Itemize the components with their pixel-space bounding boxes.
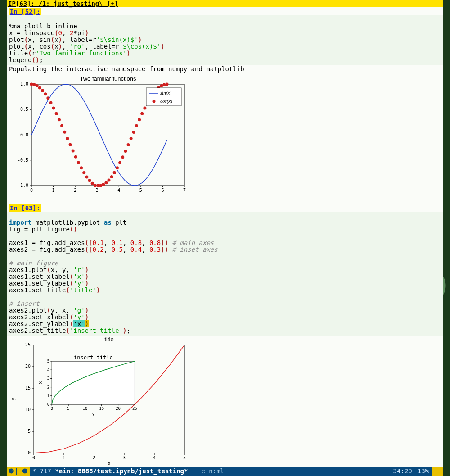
svg-point-58 bbox=[113, 171, 116, 174]
svg-point-28 bbox=[30, 83, 33, 86]
svg-point-34 bbox=[46, 96, 50, 100]
svg-point-81 bbox=[153, 100, 156, 103]
svg-text:25: 25 bbox=[25, 342, 31, 347]
code-line: import matplotlib.pyplot as plt bbox=[9, 219, 126, 226]
svg-point-41 bbox=[66, 137, 69, 140]
svg-text:6: 6 bbox=[161, 188, 164, 193]
svg-point-65 bbox=[132, 131, 135, 134]
svg-point-50 bbox=[91, 182, 94, 185]
svg-text:0.5: 0.5 bbox=[20, 107, 28, 112]
cell-1[interactable]: In [52]: %matplotlib inline x = linspace… bbox=[7, 7, 443, 195]
svg-text:20: 20 bbox=[116, 406, 121, 411]
cursor-position: 34:20 bbox=[391, 467, 415, 476]
major-mode: ein:ml bbox=[197, 467, 229, 476]
svg-text:1.0: 1.0 bbox=[20, 82, 28, 86]
svg-point-44 bbox=[74, 155, 77, 159]
stdout: Populating the interactive namespace fro… bbox=[7, 65, 443, 75]
svg-text:1: 1 bbox=[47, 394, 50, 398]
svg-text:4: 4 bbox=[117, 188, 120, 193]
svg-point-62 bbox=[124, 150, 127, 153]
svg-point-40 bbox=[63, 131, 66, 134]
svg-point-31 bbox=[38, 86, 41, 89]
scroll-percent: 13% bbox=[415, 467, 432, 476]
svg-text:15: 15 bbox=[25, 385, 31, 390]
svg-text:0: 0 bbox=[47, 402, 50, 407]
svg-point-69 bbox=[143, 106, 146, 109]
code-line: plot(x, cos(x), 'ro', label=r'$\cos(x)$'… bbox=[9, 43, 165, 50]
input-prompt: In [52]: bbox=[9, 8, 41, 15]
svg-text:10: 10 bbox=[82, 406, 87, 411]
svg-point-57 bbox=[110, 175, 113, 178]
code-line: %matplotlib inline bbox=[9, 23, 77, 30]
svg-point-61 bbox=[121, 155, 124, 159]
modeline-end-icon bbox=[432, 467, 443, 476]
svg-text:2: 2 bbox=[93, 455, 95, 460]
svg-point-29 bbox=[33, 83, 36, 86]
code-line: axes1.plot(x, y, 'r') bbox=[9, 266, 89, 273]
code-line: axes2.plot(y, x, 'g') bbox=[9, 307, 89, 314]
code-line: axes2.set_ylabel('x') bbox=[9, 320, 89, 327]
svg-point-54 bbox=[102, 183, 105, 186]
svg-point-66 bbox=[135, 124, 138, 127]
svg-text:1: 1 bbox=[63, 455, 65, 460]
svg-text:25: 25 bbox=[132, 406, 137, 411]
svg-point-53 bbox=[99, 184, 102, 187]
svg-text:3: 3 bbox=[96, 188, 99, 193]
svg-point-33 bbox=[44, 92, 47, 95]
svg-point-64 bbox=[130, 137, 133, 140]
code-line: axes1 = fig.add_axes([0.1, 0.1, 0.8, 0.8… bbox=[9, 239, 214, 246]
svg-point-39 bbox=[60, 124, 63, 127]
svg-point-49 bbox=[88, 179, 91, 182]
svg-point-68 bbox=[140, 112, 144, 115]
svg-text:0: 0 bbox=[32, 455, 35, 460]
code-line: axes2.set_xlabel('y') bbox=[9, 313, 89, 321]
svg-text:x: x bbox=[37, 381, 43, 384]
svg-point-76 bbox=[162, 83, 166, 86]
svg-text:2: 2 bbox=[47, 385, 50, 390]
code-input[interactable]: import matplotlib.pyplot as plt fig = pl… bbox=[7, 212, 443, 336]
svg-text:title: title bbox=[104, 336, 113, 343]
tab-title[interactable]: IP[63]: /1: just_testing\ [+] bbox=[7, 0, 443, 7]
svg-point-59 bbox=[116, 166, 119, 169]
chart-inset: title0123450510152025xyinsert title05101… bbox=[7, 336, 194, 467]
svg-text:4: 4 bbox=[47, 367, 50, 372]
code-line: axes1.set_xlabel('x') bbox=[9, 273, 89, 280]
svg-text:-0.5: -0.5 bbox=[18, 158, 28, 163]
svg-text:0: 0 bbox=[28, 450, 31, 455]
svg-text:20: 20 bbox=[25, 364, 31, 369]
code-line: axes1.set_title('title') bbox=[9, 286, 100, 294]
svg-text:x: x bbox=[108, 460, 111, 467]
figure-2: title0123450510152025xyinsert title05101… bbox=[7, 336, 443, 467]
svg-point-75 bbox=[160, 84, 163, 87]
code-line: legend(); bbox=[9, 56, 43, 63]
svg-text:10: 10 bbox=[25, 407, 31, 412]
svg-point-51 bbox=[94, 184, 97, 187]
input-prompt: In [63]: bbox=[9, 204, 41, 212]
code-line: plot(x, sin(x), label=r'$\sin(x)$') bbox=[9, 36, 142, 43]
code-line: title(r'Two familiar functions') bbox=[9, 50, 130, 57]
svg-rect-111 bbox=[52, 361, 135, 404]
svg-text:0: 0 bbox=[50, 406, 53, 411]
svg-text:4: 4 bbox=[153, 455, 156, 460]
svg-point-36 bbox=[52, 106, 55, 109]
svg-text:3: 3 bbox=[47, 376, 50, 381]
code-line: axes2 = fig.add_axes([0.2, 0.5, 0.4, 0.3… bbox=[9, 246, 218, 253]
svg-point-52 bbox=[96, 184, 99, 187]
svg-text:15: 15 bbox=[99, 406, 104, 411]
svg-point-43 bbox=[72, 150, 75, 153]
code-line: # main figure bbox=[9, 259, 58, 267]
svg-text:5: 5 bbox=[67, 406, 69, 411]
svg-point-38 bbox=[58, 118, 61, 121]
svg-point-35 bbox=[49, 101, 52, 104]
svg-point-60 bbox=[118, 161, 122, 164]
editor-pane[interactable]: IP[63]: /1: just_testing\ [+] In [52]: %… bbox=[7, 0, 443, 476]
svg-point-67 bbox=[138, 118, 141, 121]
svg-text:cos(x): cos(x) bbox=[160, 98, 172, 104]
svg-text:5: 5 bbox=[183, 455, 186, 460]
svg-text:5: 5 bbox=[140, 188, 142, 193]
workspace-badge: ❷| ❶ bbox=[7, 467, 30, 476]
svg-text:5: 5 bbox=[28, 429, 31, 434]
code-input[interactable]: %matplotlib inline x = linspace(0, 2*pi)… bbox=[7, 15, 443, 65]
cell-2[interactable]: In [63]: import matplotlib.pyplot as plt… bbox=[7, 204, 443, 467]
svg-text:0.0: 0.0 bbox=[20, 132, 28, 137]
